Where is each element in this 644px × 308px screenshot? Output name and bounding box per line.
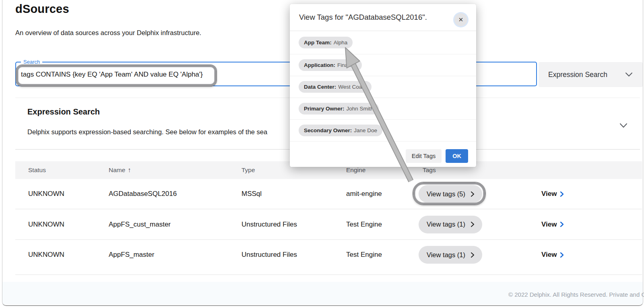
chevron-right-icon <box>560 191 564 197</box>
chevron-down-icon <box>625 73 632 77</box>
name-cell: AppFS_master <box>109 251 154 259</box>
ok-button[interactable]: OK <box>446 149 468 163</box>
dsources-page: dSources An overview of data sources acr… <box>0 0 644 308</box>
name-cell: AppFS_cust_master <box>109 221 171 229</box>
column-header-name[interactable]: Name↑ <box>109 166 131 174</box>
engine-link[interactable]: Test Engine <box>346 221 382 229</box>
view-tags-button[interactable]: View tags (5) <box>419 185 482 203</box>
type-cell: Unstructured Files <box>242 221 297 229</box>
tag-chip: Primary Owner:John Smith <box>299 103 379 114</box>
section-description: Delphix supports expression-based search… <box>27 128 267 136</box>
tag-chip: Secondary Owner:Jane Doe <box>299 125 382 136</box>
table-row: UNKNOWN AppFS_cust_master Unstructured F… <box>15 209 642 240</box>
status-cell: UNKNOWN <box>28 221 64 229</box>
dialog-body: App Team:Alpha Application:Finance Data … <box>290 31 476 142</box>
type-cell: MSSql <box>242 190 262 198</box>
chevron-right-icon <box>471 222 474 227</box>
search-mode-label: Expression Search <box>548 71 607 79</box>
dialog-footer: Edit Tags OK <box>290 149 476 163</box>
search-mode-dropdown[interactable]: Expression Search <box>539 62 643 87</box>
tag-row: Secondary Owner:Jane Doe <box>290 120 476 142</box>
view-tags-button[interactable]: View tags (1) <box>419 216 482 233</box>
section-title: Expression Search <box>27 107 100 117</box>
view-tags-dialog: View Tags for "AGDatabaseSQL2016". ✕ App… <box>290 4 476 167</box>
tag-chip: Application:Finance <box>299 59 362 71</box>
name-cell: AGDatabaseSQL2016 <box>109 190 177 198</box>
view-link[interactable]: View <box>541 221 564 229</box>
dialog-header: View Tags for "AGDatabaseSQL2016". ✕ <box>290 4 476 31</box>
table-row: UNKNOWN AppFS_master Unstructured Files … <box>15 240 642 275</box>
type-cell: Unstructured Files <box>242 251 297 259</box>
tag-row: Application:Finance <box>290 54 476 76</box>
chevron-right-icon <box>560 252 564 258</box>
status-cell: UNKNOWN <box>28 251 64 259</box>
tag-row: Primary Owner:John Smith <box>290 98 476 120</box>
chevron-down-icon <box>620 123 627 128</box>
sort-ascending-icon: ↑ <box>128 166 131 173</box>
search-field-label: Search <box>21 59 42 65</box>
view-tags-button[interactable]: View tags (1) <box>419 246 482 264</box>
view-link[interactable]: View <box>541 190 564 198</box>
table-row: UNKNOWN AGDatabaseSQL2016 MSSql amit-eng… <box>15 179 642 209</box>
chevron-right-icon <box>560 222 564 227</box>
copyright-text: © 2022 Delphix. All Rights Reserved. Pri… <box>508 291 644 298</box>
column-header-status: Status <box>28 166 46 174</box>
tag-row: Data Center:West Coast <box>290 76 476 98</box>
chevron-right-icon <box>471 252 474 258</box>
tag-chip: App Team:Alpha <box>299 37 353 48</box>
close-icon[interactable]: ✕ <box>454 13 467 26</box>
section-collapse-toggle[interactable] <box>620 123 627 128</box>
chevron-right-icon <box>471 191 474 197</box>
column-header-tags: Tags <box>423 166 436 174</box>
engine-link[interactable]: Test Engine <box>346 251 382 259</box>
dialog-title: View Tags for "AGDatabaseSQL2016". <box>299 13 427 22</box>
column-header-type: Type <box>242 166 255 174</box>
edit-tags-button[interactable]: Edit Tags <box>406 149 442 163</box>
page-subtitle: An overview of data sources across your … <box>15 29 201 37</box>
tag-row: App Team:Alpha <box>290 31 476 54</box>
view-link[interactable]: View <box>541 251 564 259</box>
status-cell: UNKNOWN <box>28 190 64 198</box>
engine-link[interactable]: amit-engine <box>346 190 382 198</box>
column-header-engine: Engine <box>346 166 365 174</box>
tag-chip: Data Center:West Coast <box>299 81 372 93</box>
page-title: dSources <box>15 2 69 16</box>
